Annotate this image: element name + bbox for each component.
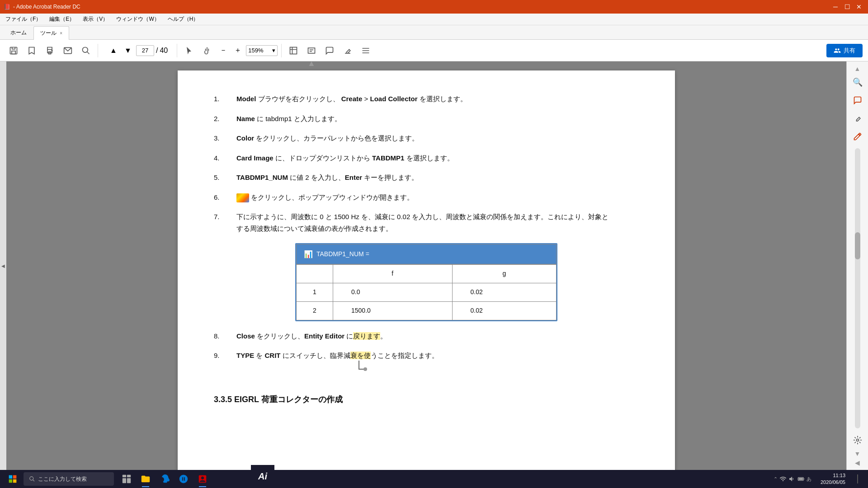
minimize-button[interactable]: ─ [830,2,841,11]
ribbon-tabs: ホーム ツール × [0,25,868,40]
scroll-arrow-up: ▲ [307,61,316,68]
right-draw-button[interactable] [849,110,866,127]
right-comment-button[interactable] [849,92,866,108]
right-settings-button[interactable] [849,432,866,448]
window-controls[interactable]: ─ ☐ ✕ [830,2,864,11]
svg-rect-8 [290,47,297,54]
draw-button[interactable] [340,42,356,59]
maximize-button[interactable]: ☐ [842,2,853,11]
menu-help[interactable]: ヘルプ（H） [164,14,203,24]
left-panel-toggle[interactable]: ◀ [0,61,6,470]
section-heading-text: 3.3.5 EIGRL 荷重コレクターの作成 [214,395,343,404]
menu-bar: ファイル（F） 編集（E） 表示（V） ウィンドウ（W） ヘルプ（H） [0,14,868,25]
taskbar-store[interactable] [175,470,193,488]
svg-rect-22 [127,478,131,483]
zoom-display[interactable]: 159% ▾ [246,45,278,56]
page-up-button[interactable]: ▲ [107,44,120,57]
menu-view[interactable]: 表示（V） [79,14,112,24]
taskbar-taskview[interactable] [118,470,136,488]
table-title: TABDMP1_NUM = [316,249,369,260]
svg-rect-13 [9,475,13,479]
tab-tools[interactable]: ツール × [33,26,69,40]
step-8: 8. Close をクリックし、Entity Editor に戻ります。 [214,330,639,342]
bookmark-button[interactable] [24,42,40,59]
pdf-area[interactable]: ▲ 1. Model ブラウザを右クリックし、 Create > Load Co… [6,61,846,470]
print-button[interactable] [42,42,58,59]
svg-rect-19 [123,475,126,478]
taskbar-search-input[interactable] [38,476,108,482]
snapshot-tool-button[interactable] [285,42,302,59]
taskbar-edge[interactable] [156,470,174,488]
step-3-number: 3. [214,132,227,144]
svg-rect-1 [12,51,15,54]
tab-home-label: ホーム [10,29,27,36]
menu-edit[interactable]: 編集（E） [46,14,78,24]
svg-rect-21 [123,478,126,483]
save-button[interactable] [5,42,22,59]
close-button[interactable]: ✕ [854,2,864,11]
tray-volume-icon [788,475,796,483]
step-4: 4. Card Image に、ドロップダウンリストから TABDMP1 を選択… [214,152,639,164]
right-scrollbar-thumb[interactable] [855,232,860,259]
email-button[interactable] [60,42,76,59]
taskbar-clock[interactable]: 11:13 2020/06/05 [817,472,849,486]
right-search-button[interactable]: 🔍 [849,74,866,90]
menu-window[interactable]: ウィンドウ（W） [113,14,163,24]
taskbar-search[interactable] [24,472,114,486]
right-scrollbar[interactable] [855,148,860,428]
page-total: 40 [160,47,168,55]
zoom-out-button[interactable]: － [217,44,230,57]
select-tool-button[interactable] [181,42,197,59]
title-bar: 📕 - Adobe Acrobat Reader DC ─ ☐ ✕ [0,0,868,14]
section-heading: 3.3.5 EIGRL 荷重コレクターの作成 [214,393,639,407]
table-cell-g-1: 0.02 [452,283,556,301]
right-scroll-right[interactable]: ◀ [855,459,860,466]
table-cell-index-1: 1 [297,283,333,301]
page-separator: / [156,47,158,55]
svg-rect-16 [13,479,17,483]
measure-button[interactable] [358,42,374,59]
table-cell-index-2: 2 [297,301,333,320]
svg-line-7 [87,52,90,54]
toolbar-separator-3 [281,44,282,57]
tab-close-button[interactable]: × [60,31,62,36]
share-button[interactable]: 共有 [826,44,863,57]
comment-button[interactable] [321,42,338,59]
page-number-input[interactable]: 27 [136,45,154,56]
step-8-highlight: 戻ります [353,332,380,340]
table-cell-f-1: 0.0 [333,283,453,301]
taskbar-time-display: 11:13 [821,472,845,479]
step-7-content: 下に示すように、周波数に 0 と 1500 Hz を、減衰に 0.02 を入力し… [236,211,639,234]
toolbar-separator-2 [177,44,177,57]
form-tool-button[interactable] [303,42,320,59]
zoom-controls: － ＋ 159% ▾ [217,44,278,57]
right-scroll-up[interactable]: ▲ [854,65,861,72]
step-3: 3. Color をクリックし、カラーパレットから色を選択します。 [214,132,639,144]
table-index-header [297,265,333,283]
tab-home[interactable]: ホーム [4,26,33,39]
step-7: 7. 下に示すように、周波数に 0 と 1500 Hz を、減衰に 0.02 を… [214,211,639,234]
tray-keyboard-icon: あ [807,476,811,483]
taskbar-acrobat[interactable] [193,470,212,488]
hand-tool-button[interactable] [199,42,215,59]
taskbar: Ai ⌃ あ 11:13 2020/06/05 [0,470,868,488]
show-desktop-button[interactable] [851,470,864,488]
tray-arrow[interactable]: ⌃ [774,476,778,482]
taskbar-fileexplorer[interactable] [137,470,155,488]
svg-rect-2 [47,49,52,53]
svg-point-12 [856,439,859,441]
step-8-content: Close をクリックし、Entity Editor に戻ります。 [236,330,639,342]
start-button[interactable] [4,470,22,488]
right-scroll-down[interactable]: ▼ [854,450,861,457]
table-cell-f-2: 1500.0 [333,301,453,320]
page-down-button[interactable]: ▼ [122,44,134,57]
zoom-in-button[interactable]: ＋ [231,44,244,57]
page-navigation: ▲ ▼ 27 / 40 [107,44,168,57]
right-pen-button[interactable] [849,128,866,145]
search-button[interactable] [78,42,94,59]
menu-file[interactable]: ファイル（F） [2,14,45,24]
svg-line-18 [33,480,34,481]
step-6: 6. をクリックし、ポップアップウィンドウが開きます。 [214,192,639,203]
app-icon: 📕 [4,4,10,10]
step-6-content: をクリックし、ポップアップウィンドウが開きます。 [236,192,639,203]
